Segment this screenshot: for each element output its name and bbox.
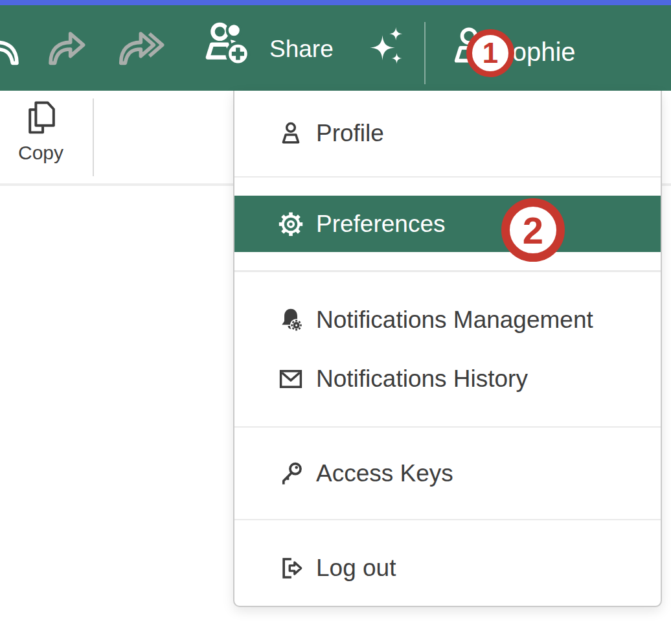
menu-item-notifications-management[interactable]: Notifications Management [234, 290, 661, 349]
menu-item-label: Preferences [316, 211, 446, 238]
toolbar-divider [93, 98, 94, 176]
user-dropdown-menu: Profile [233, 91, 662, 607]
menu-item-access-keys[interactable]: Access Keys [234, 444, 661, 503]
bell-gear-icon [277, 306, 304, 334]
step-annotation-1: 1 [466, 29, 514, 77]
step-annotation-2-number: 2 [523, 209, 543, 252]
app-header: Share Sophie [0, 5, 671, 91]
key-icon [277, 460, 304, 487]
menu-item-notifications-history[interactable]: Notifications History [234, 349, 661, 408]
menu-item-label: Access Keys [316, 460, 453, 487]
redo-button[interactable] [45, 26, 87, 70]
header-divider [424, 22, 426, 84]
menu-section-access-keys: Access Keys [234, 428, 661, 519]
undo-button[interactable] [0, 26, 22, 70]
redo-icon [45, 26, 87, 67]
step-annotation-2: 2 [501, 198, 565, 262]
menu-section-logout: Log out [234, 520, 661, 606]
sparkle-ai-icon [367, 25, 407, 67]
screen: Share Sophie [0, 0, 671, 644]
copy-button-label: Copy [18, 143, 63, 163]
redo-all-button[interactable] [115, 26, 165, 70]
redo-all-icon [115, 26, 165, 67]
menu-item-logout[interactable]: Log out [234, 538, 661, 597]
menu-section-preferences: Preferences [234, 178, 661, 270]
envelope-icon [277, 365, 304, 393]
copy-icon [24, 100, 58, 137]
menu-item-preferences[interactable]: Preferences [234, 196, 661, 252]
share-person-add-icon [201, 19, 254, 69]
undo-icon [0, 26, 22, 67]
ai-assistant-button[interactable] [367, 25, 407, 70]
step-annotation-1-number: 1 [483, 37, 498, 69]
person-icon [277, 120, 304, 147]
logout-icon [277, 555, 304, 582]
menu-item-label: Notifications Management [316, 306, 593, 334]
menu-item-label: Log out [316, 555, 396, 582]
menu-item-profile[interactable]: Profile [234, 104, 661, 163]
share-button-label[interactable]: Share [269, 35, 334, 63]
share-button[interactable] [201, 19, 254, 71]
menu-section-notifications: Notifications Management Notifications H… [234, 272, 661, 426]
menu-section-profile: Profile [234, 91, 661, 176]
browser-accent-bar [0, 0, 671, 5]
menu-item-label: Notifications History [316, 365, 528, 393]
copy-button[interactable]: Copy [12, 100, 70, 163]
gear-icon [277, 211, 304, 238]
menu-item-label: Profile [316, 120, 384, 147]
